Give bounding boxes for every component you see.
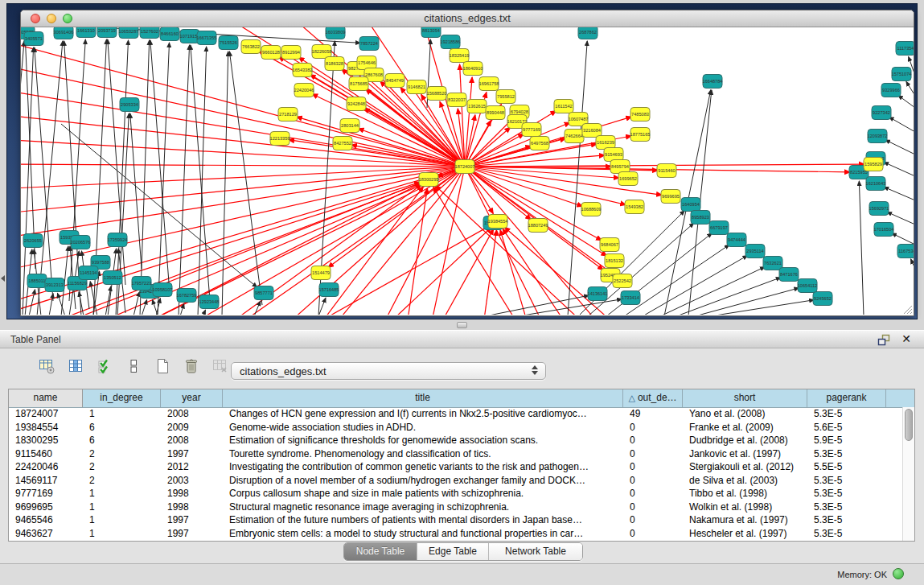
graph-node[interactable]: 12213359	[270, 132, 290, 146]
cell-out_de[interactable]: 49	[623, 407, 683, 421]
graph-node[interactable]: 16671355	[197, 31, 217, 45]
cell-pagerank[interactable]: 5.3E-5	[807, 407, 886, 421]
graph-node[interactable]: 7955812	[496, 90, 515, 104]
graph-node[interactable]: 17016504	[874, 223, 894, 237]
graph-node[interactable]: 6679197	[709, 221, 729, 235]
cell-pagerank[interactable]: 5.6E-5	[807, 421, 886, 435]
graph-node[interactable]: 16210643	[866, 177, 886, 191]
cell-out_de[interactable]: 0	[623, 474, 683, 488]
cell-year[interactable]: 2003	[161, 474, 223, 488]
cell-in_degree[interactable]: 1	[83, 487, 161, 501]
graph-node[interactable]: 10688609	[581, 203, 602, 216]
table-row[interactable]: 1872400712008Changes of HCN gene express…	[9, 407, 902, 421]
graph-hub-node[interactable]: 18724007	[455, 160, 475, 174]
graph-node[interactable]: 17957223	[132, 277, 152, 290]
graph-node[interactable]: 9227342	[872, 106, 891, 120]
graph-node[interactable]: 16033809	[326, 27, 346, 39]
graph-node[interactable]: 8175685	[349, 77, 368, 91]
graph-node[interactable]: 16961758	[479, 77, 499, 91]
graph-node[interactable]: 16543382	[293, 64, 313, 77]
cell-name[interactable]: 9463627	[9, 527, 83, 541]
table-row[interactable]: 969969511998Structural magnetic resonanc…	[9, 501, 902, 514]
delete-attribute-icon[interactable]	[182, 356, 201, 376]
show-columns-icon[interactable]	[66, 356, 85, 376]
cell-short[interactable]: Dudbridge et al. (2008)	[683, 434, 807, 447]
table-row[interactable]: 2242004622012Investigating the contribut…	[9, 460, 902, 474]
cell-title[interactable]: Corpus callosum shape and size in male p…	[223, 487, 623, 501]
graph-node[interactable]: 9245652	[813, 292, 832, 306]
graph-node[interactable]: 12093872	[868, 130, 888, 143]
graph-node[interactable]: 2620655	[23, 234, 43, 248]
graph-node[interactable]: 16648784	[703, 75, 723, 89]
cell-pagerank[interactable]: 5.9E-5	[807, 434, 886, 447]
table-row[interactable]: 1456911722003Disruption of a novel membe…	[9, 474, 902, 488]
column-header-title[interactable]: title	[223, 389, 623, 407]
graph-node[interactable]: 7462664	[565, 130, 584, 143]
graph-node[interactable]: 1640954	[681, 198, 700, 212]
cell-in_degree[interactable]: 2	[83, 474, 161, 488]
graph-node[interactable]: 9115460	[657, 164, 676, 178]
cell-in_degree[interactable]: 6	[83, 434, 161, 447]
cell-out_de[interactable]: 0	[623, 513, 683, 527]
cell-year[interactable]: 1997	[161, 513, 223, 527]
graph-node[interactable]: 1145194	[79, 266, 98, 280]
table-row[interactable]: 946554611997Estimation of the future num…	[9, 513, 902, 527]
cell-title[interactable]: Estimation of the future numbers of pati…	[223, 513, 623, 527]
table-row[interactable]: 1938455462009Genome-wide association stu…	[9, 421, 902, 435]
graph-node[interactable]: 1362615	[467, 100, 487, 113]
graph-node[interactable]: 8322037	[447, 93, 466, 107]
graph-node[interactable]: 8813054	[421, 27, 441, 38]
graph-node[interactable]: 10654112	[798, 279, 817, 293]
panel-collapse-arrow[interactable]	[1, 275, 5, 282]
cell-short[interactable]: Tibbo et al. (1998)	[683, 487, 807, 501]
tab-edge-table[interactable]: Edge Table	[417, 543, 489, 560]
column-header-short[interactable]: short	[683, 389, 807, 407]
cell-title[interactable]: Changes of HCN gene expression and I(f) …	[223, 407, 623, 421]
graph-node[interactable]: 3216084	[582, 124, 602, 138]
cell-year[interactable]: 1997	[161, 447, 223, 461]
cell-name[interactable]: 18724007	[9, 407, 83, 421]
graph-node[interactable]: 10958107	[153, 283, 173, 297]
cell-in_degree[interactable]: 1	[83, 513, 161, 527]
graph-node[interactable]: 18325419	[450, 49, 470, 63]
graph-node[interactable]: 1167534	[897, 245, 914, 258]
graph-node[interactable]: 9684067	[600, 238, 619, 252]
graph-node[interactable]: 19384554	[488, 215, 508, 229]
graph-node[interactable]: 7515526	[219, 36, 238, 50]
cell-out_de[interactable]: 0	[623, 501, 683, 514]
cell-out_de[interactable]: 0	[623, 447, 683, 461]
graph-node[interactable]: 12923448	[199, 295, 220, 309]
cell-year[interactable]: 2008	[161, 407, 223, 421]
graph-node[interactable]: 7857224	[359, 37, 379, 51]
graph-node[interactable]: 6497568	[530, 137, 549, 150]
cell-name[interactable]: 18300295	[9, 434, 83, 447]
graph-node[interactable]: 8912994	[281, 46, 301, 60]
cell-in_degree[interactable]: 6	[83, 421, 161, 435]
graph-node[interactable]: 1527602	[140, 27, 159, 39]
graph-node[interactable]: 15751074	[892, 68, 912, 81]
window-resize-grip[interactable]	[901, 303, 913, 315]
cell-year[interactable]: 2012	[161, 460, 223, 474]
graph-node[interactable]: 16782759	[177, 289, 197, 303]
graph-node[interactable]: 19218586	[441, 35, 461, 49]
cell-in_degree[interactable]: 2	[83, 447, 161, 461]
tab-node-table[interactable]: Node Table	[344, 543, 417, 560]
cell-short[interactable]: Yano et al. (2008)	[683, 407, 807, 421]
cell-name[interactable]: 9699695	[9, 501, 83, 514]
graph-node[interactable]: 9474444	[727, 233, 746, 247]
tab-network-table[interactable]: Network Table	[489, 543, 582, 560]
graph-node[interactable]: 18300295	[419, 173, 439, 187]
split-divider[interactable]	[0, 319, 924, 330]
graph-node[interactable]: 2687862	[578, 27, 598, 39]
network-window-titlebar[interactable]: citations_edges.txt	[21, 10, 914, 27]
graph-node[interactable]: 8990448	[486, 106, 505, 120]
cell-year[interactable]: 1998	[161, 487, 223, 501]
cell-name[interactable]: 9465546	[9, 513, 83, 527]
cell-pagerank[interactable]: 5.5E-5	[807, 460, 886, 474]
graph-node[interactable]: 9857771	[254, 286, 273, 300]
scrollbar-thumb[interactable]	[905, 409, 913, 441]
cell-short[interactable]: Nakamura et al. (1997)	[683, 513, 807, 527]
graph-node[interactable]: 1754646	[357, 56, 376, 70]
cell-out_de[interactable]: 0	[623, 487, 683, 501]
graph-node[interactable]: 8958923	[691, 211, 710, 225]
